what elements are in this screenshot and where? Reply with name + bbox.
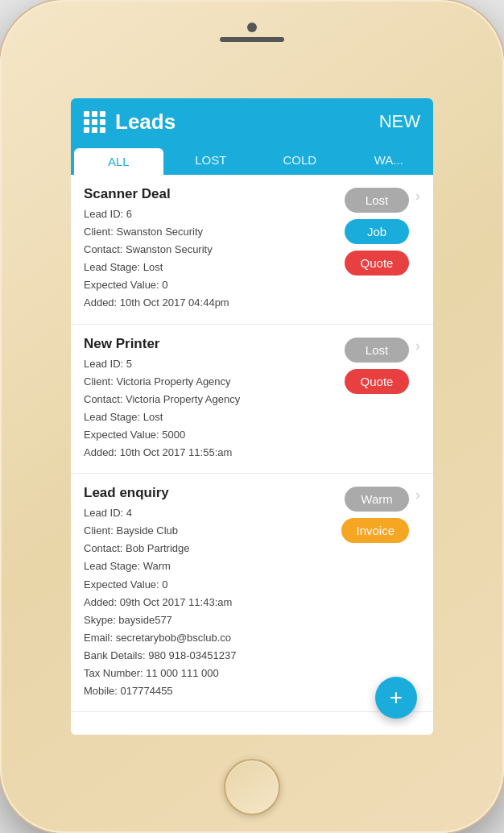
tab-cold[interactable]: COLD [255,145,345,175]
lead-info-2: New Printer Lead ID: 5Client: Victoria P… [84,336,338,462]
lead2-btn-quote[interactable]: Quote [345,369,409,394]
lead3-btn-warm[interactable]: Warm [345,487,409,512]
tab-all[interactable]: ALL [74,148,163,175]
chevron-right-icon: › [415,188,420,205]
lead-buttons-2: Lost Quote [345,336,409,462]
home-button[interactable] [224,759,280,815]
add-lead-button[interactable]: + [375,677,417,719]
chevron-right-icon: › [415,338,420,354]
lead2-chevron[interactable]: › [415,336,420,462]
lead1-btn-quote[interactable]: Quote [345,251,409,276]
lead2-btn-lost[interactable]: Lost [345,338,409,363]
lead3-chevron[interactable]: › [415,485,420,700]
new-button[interactable]: NEW [379,111,420,132]
lead-details-2: Lead ID: 5Client: Victoria Property Agen… [84,355,338,462]
phone-top-bar [220,23,284,42]
phone-frame: Leads NEW ALL LOST COLD WA... Scanner De… [0,0,504,833]
tab-lost[interactable]: LOST [167,145,256,175]
lead1-btn-job[interactable]: Job [345,219,409,244]
lead-name-2: New Printer [84,336,338,352]
lead-details-3: Lead ID: 4Client: Bayside ClubContact: B… [84,504,335,700]
tab-bar: ALL LOST COLD WA... [71,145,433,175]
lead1-chevron[interactable]: › [415,186,420,313]
speaker [220,37,284,42]
tab-warm[interactable]: WA... [345,145,434,175]
lead-details-1: Lead ID: 6Client: Swanston SecurityConta… [84,205,338,313]
app-header: Leads NEW [71,98,433,145]
lead-info-3: Lead enquiry Lead ID: 4Client: Bayside C… [84,485,335,700]
leads-list: Scanner Deal Lead ID: 6Client: Swanston … [71,175,433,735]
lead1-btn-lost[interactable]: Lost [345,188,409,213]
lead-name-1: Scanner Deal [84,186,338,202]
header-left: Leads [84,110,176,135]
page-title: Leads [115,110,176,135]
lead-buttons-1: Lost Job Quote [345,186,409,313]
grid-icon[interactable] [84,111,105,133]
lead3-btn-invoice[interactable]: Invoice [341,518,409,543]
screen: Leads NEW ALL LOST COLD WA... Scanner De… [71,98,433,735]
lead-item-1: Scanner Deal Lead ID: 6Client: Swanston … [71,175,433,325]
lead-info-1: Scanner Deal Lead ID: 6Client: Swanston … [84,186,338,313]
lead-item-2: New Printer Lead ID: 5Client: Victoria P… [71,325,433,475]
lead-buttons-3: Warm Invoice [341,485,409,700]
chevron-right-icon: › [415,487,420,504]
camera-icon [247,23,257,32]
lead-item-3: Lead enquiry Lead ID: 4Client: Bayside C… [71,474,433,712]
lead-name-3: Lead enquiry [84,485,335,501]
